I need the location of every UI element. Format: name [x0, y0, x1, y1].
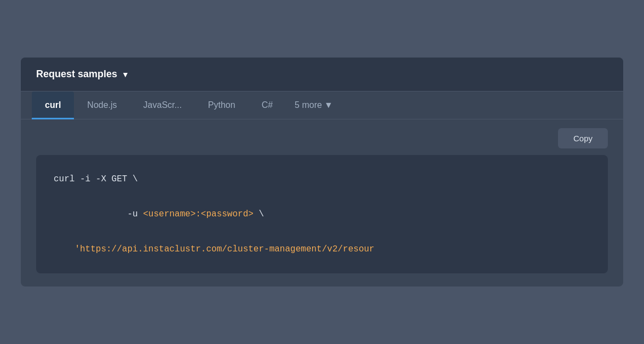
tab-curl[interactable]: curl: [32, 91, 74, 119]
code-line-2: -u <username>:<password> \: [54, 188, 590, 240]
more-chevron-icon: ▼: [324, 100, 333, 110]
code-line2-prefix: -u: [106, 209, 143, 219]
code-section: Copy curl -i -X GET \ -u <username>:<pas…: [21, 119, 623, 273]
code-line2-placeholder: <username>:<password>: [143, 209, 254, 219]
card-header: Request samples ▼: [21, 58, 623, 91]
tab-javascript[interactable]: JavaScr...: [130, 91, 195, 119]
code-line2-suffix: \: [254, 209, 264, 219]
tab-python[interactable]: Python: [195, 91, 249, 119]
request-samples-card: Request samples ▼ curl Node.js JavaScr..…: [21, 58, 623, 286]
request-samples-title: Request samples: [36, 68, 117, 80]
tabs-container: curl Node.js JavaScr... Python C# 5 more…: [21, 91, 623, 119]
code-block: curl -i -X GET \ -u <username>:<password…: [36, 155, 608, 273]
copy-button[interactable]: Copy: [558, 128, 608, 148]
card-body: curl Node.js JavaScr... Python C# 5 more…: [21, 91, 623, 286]
chevron-down-icon: ▼: [122, 70, 129, 79]
tab-more[interactable]: 5 more ▼: [286, 91, 342, 119]
more-label: 5 more: [295, 100, 322, 110]
copy-button-row: Copy: [36, 128, 608, 148]
card-title[interactable]: Request samples ▼: [36, 68, 608, 80]
code-line-3: 'https://api.instaclustr.com/cluster-man…: [54, 240, 590, 258]
tab-nodejs[interactable]: Node.js: [74, 91, 130, 119]
tab-csharp[interactable]: C#: [249, 91, 286, 119]
code-line-1: curl -i -X GET \: [54, 170, 590, 188]
